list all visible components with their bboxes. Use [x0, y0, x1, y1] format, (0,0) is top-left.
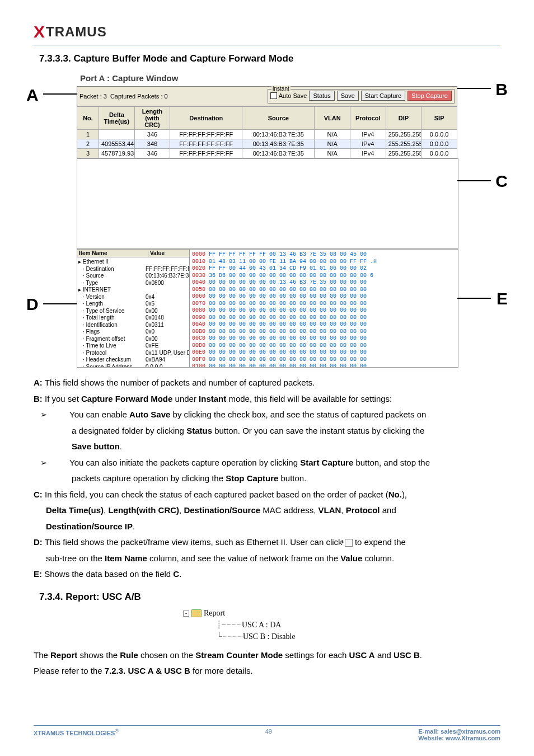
tree-item-value: 0x5	[146, 300, 190, 308]
instant-group: Instant Auto Save Status Save Start Capt…	[268, 89, 455, 104]
cell-no: 1	[77, 130, 99, 139]
tree-item-name[interactable]: ▸ Ethernet II	[78, 259, 146, 266]
tree-item-name[interactable]: · Identification	[78, 322, 146, 329]
cell-len: 346	[134, 130, 170, 139]
cell-vlan: N/A	[315, 139, 350, 149]
callout-b: B	[495, 80, 508, 99]
frame-tree-pane: Item Name Value ▸ Ethernet II· Destinati…	[77, 250, 190, 367]
tree-item-value: 0x0	[146, 328, 190, 336]
body-text: A: This field shows the number of packet…	[34, 375, 500, 581]
packet-table: No. Delta Time(us) Length (with CRC) Des…	[77, 106, 457, 158]
col-no: No.	[77, 107, 99, 130]
para-b1b: a designated folder by clicking Status b…	[34, 424, 500, 438]
tree-leaf-1-label: USC A : DA	[242, 621, 281, 629]
para-c2: Delta Time(us), Length(with CRC), Destin…	[34, 503, 500, 518]
cell-src: 00:13:46:B3:7E:35	[242, 149, 315, 158]
tree-item-name[interactable]: · Total length	[78, 314, 146, 322]
tree-item-value: 0x0311	[146, 322, 190, 329]
control-bar: Packet : 3 Captured Packets : 0 Instant …	[77, 86, 457, 106]
tree-item-value	[146, 287, 190, 294]
cell-src: 00:13:46:B3:7E:35	[242, 139, 315, 149]
report-p1: The Report shows the Rule chosen on the …	[34, 648, 500, 663]
stop-capture-button[interactable]: Stop Capture	[407, 91, 452, 101]
tree-item-name[interactable]: · Source IP Address	[78, 364, 146, 368]
section-title: 7.3.3.3. Capture Buffer Mode and Capture…	[39, 53, 500, 64]
tree-item-value: 0.0.0.0	[146, 364, 190, 368]
cell-len: 346	[134, 139, 170, 149]
report-tree: -Report ┊┈┈┈┈USC A : DA └┈┈┈┈USC B : Dis…	[183, 607, 351, 642]
cell-sip: 0.0.0.0	[421, 139, 457, 149]
plus-icon: +	[345, 539, 353, 547]
instant-legend: Instant	[271, 86, 291, 92]
tree-item-value: 0x4	[146, 294, 190, 301]
footer-right: E-mail: sales@xtramus.com Website: www.X…	[418, 728, 500, 741]
col-dest: Destination	[170, 107, 242, 130]
tree-root: -Report	[183, 607, 351, 619]
cell-dest: FF:FF:FF:FF:FF:FF	[170, 139, 242, 149]
tree-item-name[interactable]: · Fragment offset	[78, 336, 146, 343]
table-header-row: No. Delta Time(us) Length (with CRC) Des…	[77, 107, 457, 130]
hex-pane: 0000 FF FF FF FF FF FF 00 13 46 B3 7E 35…	[190, 250, 458, 367]
callout-a: A	[26, 86, 39, 105]
para-d1: D: This field shows the packet/frame vie…	[34, 535, 500, 550]
para-e: E: Shows the data based on the field C.	[34, 567, 500, 581]
page-footer: XTRAMUS TECHNOLOGIES® 49 E-mail: sales@x…	[34, 725, 500, 741]
cell-len: 346	[134, 149, 170, 158]
subsection-title: 7.3.4. Report: USC A/B	[39, 591, 500, 603]
tree-item-name[interactable]: · Source	[78, 273, 146, 280]
report-p2: Please refer to the 7.2.3. USC A & USC B…	[34, 664, 500, 678]
cell-delta: 4578719.930	[99, 149, 135, 158]
tree-item-name[interactable]: · Version	[78, 294, 146, 301]
tree-item-name[interactable]: · Destination	[78, 266, 146, 273]
col-delta: Delta Time(us)	[99, 107, 135, 130]
folder-icon	[191, 609, 202, 617]
tree-item-name[interactable]: · Protocol	[78, 350, 146, 357]
cell-dip: 255.255.255.255	[386, 130, 421, 139]
status-button[interactable]: Status	[309, 91, 334, 101]
packet-count-label: Packet : 3	[79, 93, 107, 100]
col-dip: DIP	[386, 107, 421, 130]
cell-dip: 255.255.255.255	[386, 139, 421, 149]
tree-root-label: Report	[204, 609, 225, 617]
tree-item-name[interactable]: ▸ INTERNET	[78, 287, 146, 294]
para-d2: sub-tree on the Item Name column, and se…	[34, 551, 500, 566]
auto-save-checkbox[interactable]: Auto Save	[270, 92, 307, 99]
table-row[interactable]: 1346FF:FF:FF:FF:FF:FF00:13:46:B3:7E:35N/…	[77, 130, 457, 139]
tree-item-name[interactable]: · Type of Service	[78, 308, 146, 315]
callout-e: E	[496, 289, 508, 308]
capture-status-area	[77, 158, 458, 249]
tree-item-value: 00:13:46:B3:7E:35	[146, 273, 190, 280]
logo-x: X	[34, 22, 44, 41]
table-row[interactable]: 34578719.930346FF:FF:FF:FF:FF:FF00:13:46…	[77, 149, 457, 158]
cell-dest: FF:FF:FF:FF:FF:FF	[170, 130, 242, 139]
para-b2a: ➢You can also initiate the packets captu…	[34, 456, 500, 470]
cell-proto: IPv4	[350, 149, 386, 158]
tree-item-value: 0x00	[146, 308, 190, 315]
tree-leaf-2: └┈┈┈┈USC B : Disable	[183, 631, 351, 642]
tree-col-value: Value	[148, 250, 189, 257]
start-capture-button[interactable]: Start Capture	[361, 91, 405, 101]
save-button[interactable]: Save	[337, 91, 359, 101]
callout-d: D	[26, 295, 39, 314]
brand-logo: X TRAMUS	[34, 22, 500, 41]
table-row[interactable]: 24095553.440346FF:FF:FF:FF:FF:FF00:13:46…	[77, 139, 457, 149]
para-b1a: ➢You can enable Auto Save by clicking th…	[34, 407, 500, 422]
col-src: Source	[242, 107, 315, 130]
tree-item-name[interactable]: · Header checksum	[78, 356, 146, 364]
col-vlan: VLAN	[315, 107, 350, 130]
tree-item-value: 0x11 UDP, User Datagram Protocol	[146, 350, 190, 357]
footer-left: XTRAMUS TECHNOLOGIES®	[34, 728, 119, 741]
cell-delta	[99, 130, 135, 139]
cell-proto: IPv4	[350, 130, 386, 139]
col-len: Length (with CRC)	[134, 107, 170, 130]
cell-proto: IPv4	[350, 139, 386, 149]
tree-item-name[interactable]: · Flags	[78, 328, 146, 336]
tree-item-value: 0x00	[146, 336, 190, 343]
report-paragraph: The Report shows the Rule chosen on the …	[34, 648, 500, 678]
tree-item-name[interactable]: · Length	[78, 300, 146, 308]
tree-item-name[interactable]: · Time to Live	[78, 342, 146, 350]
para-a: A: This field shows the number of packet…	[34, 375, 500, 390]
tree-item-name[interactable]: · Type	[78, 280, 146, 287]
para-c3: Destination/Source IP.	[34, 519, 500, 534]
tree-leaf-1: ┊┈┈┈┈USC A : DA	[183, 619, 351, 631]
